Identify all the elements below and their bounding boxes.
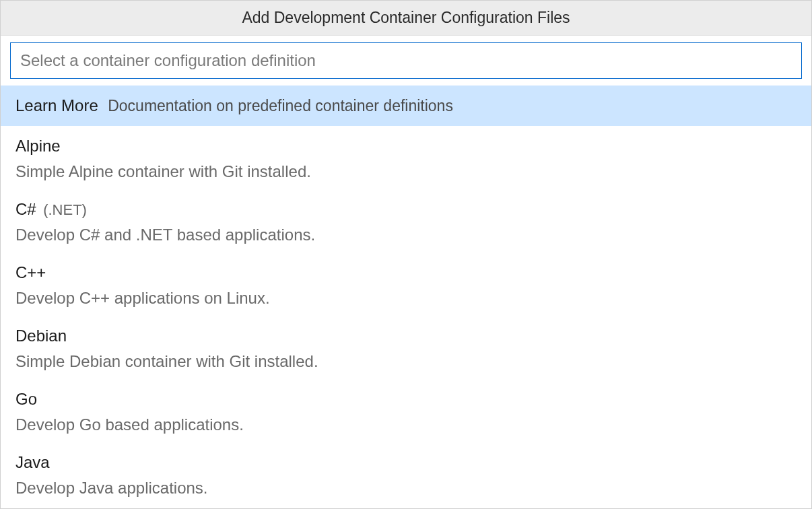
learn-more-label: Learn More (15, 96, 98, 114)
option-debian[interactable]: Debian Simple Debian container with Git … (1, 316, 811, 379)
option-alpine[interactable]: Alpine Simple Alpine container with Git … (1, 126, 811, 189)
option-go[interactable]: Go Develop Go based applications. (1, 379, 811, 442)
option-title: C++ (15, 263, 46, 281)
option-title: Go (15, 390, 37, 408)
option-description: Develop Go based applications. (15, 413, 797, 437)
option-cpp[interactable]: C++ Develop C++ applications on Linux. (1, 252, 811, 316)
option-csharp[interactable]: C# (.NET) Develop C# and .NET based appl… (1, 189, 811, 252)
search-input[interactable] (10, 42, 802, 79)
option-title: Debian (15, 327, 67, 345)
learn-more-description: Documentation on predefined container de… (108, 97, 453, 114)
learn-more-item[interactable]: Learn More Documentation on predefined c… (1, 86, 811, 126)
option-title: C# (15, 200, 36, 218)
option-title: Alpine (15, 137, 61, 155)
option-title: Java (15, 453, 50, 471)
options-list: Learn More Documentation on predefined c… (1, 86, 811, 508)
option-description: Develop Java applications. (15, 476, 797, 500)
option-java8[interactable]: Java 8 (1, 506, 811, 508)
option-description: Develop C# and .NET based applications. (15, 223, 797, 247)
option-description: Develop C++ applications on Linux. (15, 286, 797, 310)
quickpick-panel: Add Development Container Configuration … (0, 0, 812, 509)
option-java[interactable]: Java Develop Java applications. (1, 442, 811, 506)
option-description: Simple Alpine container with Git install… (15, 160, 797, 184)
search-wrapper (1, 36, 811, 86)
panel-title: Add Development Container Configuration … (1, 1, 811, 36)
option-suffix: (.NET) (43, 201, 87, 218)
option-description: Simple Debian container with Git install… (15, 349, 797, 374)
